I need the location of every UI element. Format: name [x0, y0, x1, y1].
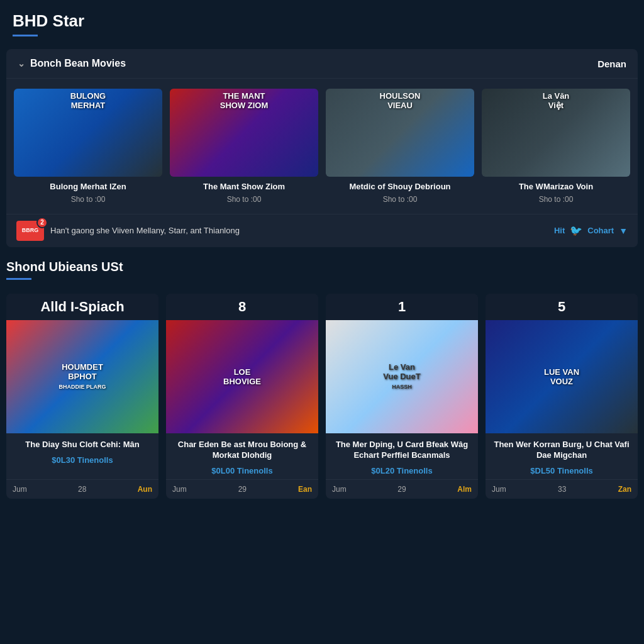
twitter-icon: 🐦 [570, 225, 582, 236]
ranked-poster: Le VanVue DueTHASSH [326, 320, 478, 433]
movie-title: The Mant Show Ziom [203, 182, 285, 192]
movie-card[interactable]: THE MANTSHOW ZIOM The Mant Show Ziom Sho… [170, 89, 318, 204]
ranked-card[interactable]: 8 LOEBHOVIGE Char Eden Be ast Mrou Boion… [166, 294, 318, 499]
ranked-movie-title: The Diay Shu Cloft Cehi: Mân [13, 440, 152, 450]
ranked-row: Alld I-Spiach HOUMDETBPHOTBHADDIE PLARG … [6, 294, 638, 499]
ranked-poster-text: LOEBHOVIGE [221, 365, 264, 389]
ranked-poster: LUE VANVOUZ [486, 320, 638, 433]
ranked-card[interactable]: 5 LUE VANVOUZ Then Wer Korran Burg, U Ch… [486, 294, 638, 499]
shond-underline [6, 278, 31, 280]
app-title: BHD Star [13, 11, 631, 31]
shond-section: Shond Ubieans USt Alld I-Spiach HOUMDETB… [6, 260, 638, 499]
ranked-poster-text: HOUMDETBPHOTBHADDIE PLARG [56, 360, 108, 393]
ranked-date-num: 33 [558, 485, 566, 494]
movie-title: Bulong Merhat lZen [50, 182, 126, 192]
ranked-highlight: Zan [618, 485, 631, 494]
banner-hit-link[interactable]: Hit [554, 226, 565, 235]
banner-logo: BBRG 2 [16, 221, 44, 241]
shond-section-header: Shond Ubieans USt [6, 260, 638, 285]
bonch-section-title[interactable]: ⌄ Bonch Bean Movies [18, 58, 126, 69]
movie-poster: La VănViệt [482, 89, 630, 177]
poster-overlay-text: HOULSONVIEAU [326, 89, 474, 113]
ranked-card-header: 5 [486, 294, 638, 320]
ranked-highlight: Aun [138, 485, 152, 494]
ranked-card-header: Alld I-Spiach [6, 294, 158, 320]
ranked-footer: Jum 29 Ean [166, 479, 318, 499]
chevron-down-icon[interactable]: ▼ [619, 226, 628, 236]
header-underline [13, 35, 38, 36]
ranked-price: $DL50 Tinenolls [492, 466, 631, 475]
ranked-movie-title: The Mer Dping, U Card Bfeak Wâg Echart P… [332, 440, 472, 461]
ranked-card[interactable]: Alld I-Spiach HOUMDETBPHOTBHADDIE PLARG … [6, 294, 158, 499]
movie-poster: HOULSONVIEAU [326, 89, 474, 177]
app-header: BHD Star [0, 0, 644, 43]
banner-actions: Hit 🐦 Cohart ▼ [554, 225, 628, 236]
ranked-card-header: 8 [166, 294, 318, 320]
bonch-section: ⌄ Bonch Bean Movies Denan BULONGMERHAT B… [6, 49, 638, 247]
ranked-price: $0L20 Tinenolls [332, 466, 472, 475]
bonch-section-header: ⌄ Bonch Bean Movies Denan [6, 49, 638, 79]
poster-overlay-text: BULONGMERHAT [14, 89, 162, 113]
ranked-card[interactable]: 1 Le VanVue DueTHASSH The Mer Dping, U C… [326, 294, 478, 499]
ranked-movie-title: Char Eden Be ast Mrou Boiong & Morkat Dl… [172, 440, 312, 461]
poster-overlay-text: THE MANTSHOW ZIOM [170, 89, 318, 113]
ranked-date-num: 28 [78, 485, 86, 494]
ranked-date-num: 29 [238, 485, 247, 494]
bonch-action-button[interactable]: Denan [597, 58, 626, 69]
movie-showtime: Sho to :00 [383, 195, 418, 204]
ranked-date-label: Jum [332, 485, 347, 494]
ranked-footer: Jum 29 Alm [326, 479, 478, 499]
movies-row: BULONGMERHAT Bulong Merhat lZen Sho to :… [6, 79, 638, 214]
ranked-poster: HOUMDETBPHOTBHADDIE PLARG [6, 320, 158, 433]
movie-card[interactable]: BULONGMERHAT Bulong Merhat lZen Sho to :… [14, 89, 162, 204]
chevron-down-icon: ⌄ [18, 58, 25, 69]
ranked-highlight: Ean [298, 485, 312, 494]
movie-title: Metdic of Shouy Debrioun [349, 182, 450, 192]
ranked-date-label: Jum [172, 485, 187, 494]
ranked-card-body: The Mer Dping, U Card Bfeak Wâg Echart P… [326, 433, 478, 479]
movie-poster: THE MANTSHOW ZIOM [170, 89, 318, 177]
ranked-movie-title: Then Wer Korran Burg, U Chat Vafi Dae Mi… [492, 440, 631, 461]
movie-showtime: Sho to :00 [539, 195, 574, 204]
ranked-poster-text: Le VanVue DueTHASSH [380, 360, 423, 393]
banner-badge: 2 [36, 217, 48, 228]
movie-poster: BULONGMERHAT [14, 89, 162, 177]
ranked-price: $0L30 Tinenolls [13, 455, 152, 465]
movie-showtime: Sho to :00 [71, 195, 106, 204]
ranked-date-label: Jum [13, 485, 27, 494]
ranked-card-header: 1 [326, 294, 478, 320]
movie-showtime: Sho to :00 [227, 195, 262, 204]
movie-card[interactable]: La VănViệt The WMarizao Voin Sho to :00 [482, 89, 630, 204]
ranked-date-label: Jum [492, 485, 506, 494]
ranked-footer: Jum 33 Zan [486, 479, 638, 499]
banner-cohart-link[interactable]: Cohart [587, 226, 614, 235]
banner-text: Han't gaong she Viiven Mellany, Starr, a… [50, 226, 548, 235]
ranked-price: $0L00 Tinenolls [172, 466, 312, 475]
ranked-footer: Jum 28 Aun [6, 479, 158, 499]
ranked-poster-text: LUE VANVOUZ [541, 365, 582, 389]
banner-strip: BBRG 2 Han't gaong she Viiven Mellany, S… [6, 214, 638, 247]
ranked-date-num: 29 [397, 485, 406, 494]
movie-title: The WMarizao Voin [519, 182, 593, 192]
ranked-card-body: Then Wer Korran Burg, U Chat Vafi Dae Mi… [486, 433, 638, 479]
ranked-card-body: The Diay Shu Cloft Cehi: Mân $0L30 Tinen… [6, 433, 158, 479]
shond-section-title: Shond Ubieans USt [6, 260, 638, 274]
ranked-highlight: Alm [457, 485, 472, 494]
ranked-card-body: Char Eden Be ast Mrou Boiong & Morkat Dl… [166, 433, 318, 479]
movie-card[interactable]: HOULSONVIEAU Metdic of Shouy Debrioun Sh… [326, 89, 474, 204]
poster-overlay-text: La VănViệt [482, 89, 630, 113]
ranked-poster: LOEBHOVIGE [166, 320, 318, 433]
